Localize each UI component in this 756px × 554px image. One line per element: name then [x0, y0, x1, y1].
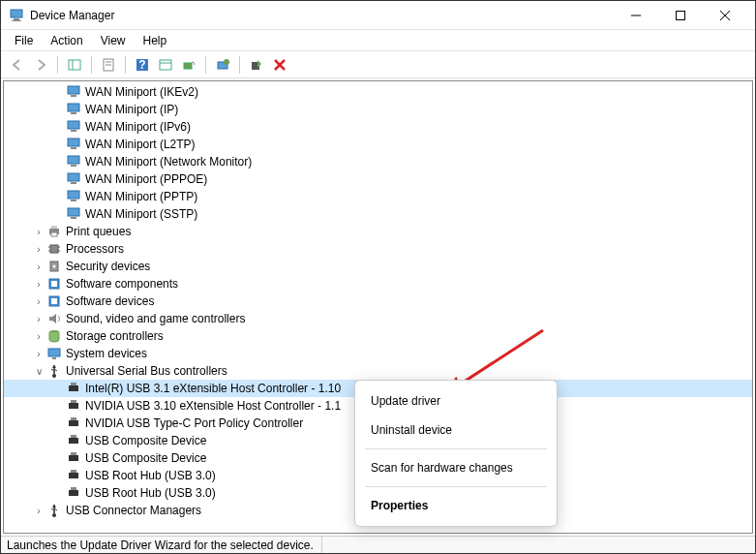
scan-hardware-button[interactable]	[178, 54, 199, 76]
expander-icon[interactable]: ›	[31, 506, 46, 516]
help-button[interactable]: ?	[132, 54, 153, 76]
category-software[interactable]: ›Software devices	[4, 292, 752, 310]
wan-miniport-item[interactable]: WAN Miniport (L2TP)	[4, 136, 752, 153]
wan-miniport-item[interactable]: WAN Miniport (IPv6)	[4, 118, 752, 136]
menu-file[interactable]: File	[7, 32, 41, 49]
svg-rect-54	[52, 357, 56, 359]
svg-rect-71	[69, 490, 78, 496]
svg-rect-40	[51, 232, 57, 236]
cpu-icon	[46, 241, 62, 257]
svg-rect-64	[71, 417, 76, 420]
svg-rect-14	[160, 60, 171, 70]
tree-item-label: Intel(R) USB 3.1 eXtensible Host Control…	[85, 382, 347, 395]
usb-icon	[46, 363, 62, 379]
wan-miniport-item[interactable]: WAN Miniport (IKEv2)	[4, 83, 752, 101]
ctx-scan-hardware[interactable]: Scan for hardware changes	[355, 453, 557, 482]
svg-rect-26	[68, 121, 79, 129]
tree-item-label: Software devices	[66, 294, 160, 308]
expander-icon[interactable]: ∨	[31, 366, 46, 377]
category-usb-controllers[interactable]: ∨Universal Serial Bus controllers	[4, 362, 752, 380]
expander-icon[interactable]: ›	[31, 349, 46, 359]
svg-rect-69	[69, 473, 78, 478]
svg-rect-41	[50, 245, 58, 253]
tree-item-label: Security devices	[66, 260, 156, 273]
forward-button[interactable]	[30, 54, 51, 76]
svg-rect-24	[68, 104, 79, 111]
svg-rect-25	[71, 112, 76, 114]
usbhost-icon	[66, 398, 81, 414]
monitor-icon	[66, 119, 81, 135]
ctx-properties[interactable]: Properties	[355, 491, 557, 520]
menu-help[interactable]: Help	[136, 32, 175, 49]
properties-button[interactable]	[98, 54, 119, 76]
monitor-icon	[66, 154, 81, 169]
svg-rect-34	[68, 191, 79, 199]
menubar: File Action View Help	[1, 30, 755, 51]
svg-rect-60	[71, 383, 76, 385]
wan-miniport-item[interactable]: WAN Miniport (Network Monitor)	[4, 153, 752, 170]
category-security[interactable]: ›Security devices	[4, 258, 752, 275]
ctx-uninstall-device[interactable]: Uninstall device	[355, 416, 557, 445]
close-button[interactable]	[703, 1, 747, 30]
svg-rect-23	[71, 95, 76, 97]
enable-device-button[interactable]	[246, 54, 267, 76]
expander-icon[interactable]: ›	[31, 227, 46, 237]
minimize-button[interactable]	[614, 1, 658, 30]
expander-icon[interactable]: ›	[31, 296, 46, 307]
category-sound[interactable]: ›Sound, video and game controllers	[4, 310, 752, 327]
printer-icon	[46, 224, 62, 239]
usbhost-icon	[66, 485, 81, 501]
expander-icon[interactable]: ›	[31, 279, 46, 290]
category-software[interactable]: ›Software components	[4, 275, 752, 292]
svg-rect-63	[69, 420, 78, 426]
svg-rect-2	[12, 20, 21, 21]
monitor-icon	[66, 84, 81, 100]
svg-rect-35	[71, 200, 76, 201]
category-storage[interactable]: ›Storage controllers	[4, 327, 752, 345]
storage-icon	[46, 328, 62, 344]
monitor-icon	[66, 189, 81, 204]
wan-miniport-item[interactable]: WAN Miniport (IP)	[4, 101, 752, 118]
expander-icon[interactable]: ›	[31, 331, 46, 342]
svg-rect-65	[69, 438, 78, 444]
usbhost-icon	[66, 468, 81, 483]
action-button[interactable]	[155, 54, 176, 76]
tree-item-label: Print queues	[66, 225, 136, 238]
svg-rect-30	[68, 156, 79, 164]
monitor-icon	[66, 102, 81, 117]
menu-view[interactable]: View	[93, 32, 134, 49]
category-printer[interactable]: ›Print queues	[4, 223, 752, 240]
tree-item-label: WAN Miniport (PPPOE)	[85, 172, 213, 186]
expander-icon[interactable]: ›	[31, 262, 46, 272]
expander-icon[interactable]: ›	[31, 314, 46, 324]
svg-rect-36	[68, 208, 79, 216]
svg-point-18	[224, 59, 229, 65]
wan-miniport-item[interactable]: WAN Miniport (PPPOE)	[4, 170, 752, 188]
svg-rect-1	[14, 18, 19, 20]
show-hide-console-tree-button[interactable]	[64, 54, 85, 76]
statusbar: Launches the Update Driver Wizard for th…	[1, 536, 755, 553]
uninstall-device-button[interactable]	[269, 54, 290, 76]
tree-item-label: Software components	[66, 277, 184, 291]
svg-rect-4	[677, 11, 685, 19]
app-icon	[9, 8, 24, 23]
expander-icon[interactable]: ›	[31, 244, 46, 255]
tree-item-label: Storage controllers	[66, 329, 169, 343]
window-title: Device Manager	[30, 9, 614, 22]
svg-rect-31	[71, 165, 76, 167]
category-cpu[interactable]: ›Processors	[4, 240, 752, 258]
tree-item-label: WAN Miniport (IKEv2)	[85, 85, 204, 99]
tree-item-label: System devices	[66, 347, 153, 360]
category-system[interactable]: ›System devices	[4, 345, 752, 362]
monitor-icon	[66, 206, 81, 222]
wan-miniport-item[interactable]: WAN Miniport (PPTP)	[4, 188, 752, 205]
maximize-button[interactable]	[658, 1, 703, 30]
toolbar: ?	[1, 51, 755, 78]
menu-action[interactable]: Action	[43, 32, 90, 49]
wan-miniport-item[interactable]: WAN Miniport (SSTP)	[4, 205, 752, 223]
update-driver-button[interactable]	[212, 54, 233, 76]
svg-rect-16	[184, 63, 192, 69]
ctx-update-driver[interactable]: Update driver	[355, 386, 557, 416]
usbhost-icon	[66, 433, 81, 448]
back-button[interactable]	[7, 54, 28, 76]
